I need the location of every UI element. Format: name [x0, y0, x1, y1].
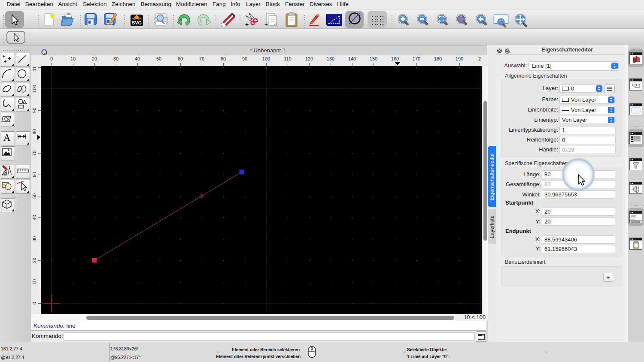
- svg-text:+: +: [245, 21, 249, 27]
- svg-text:SVG: SVG: [132, 20, 142, 25]
- svg-text:+: +: [264, 21, 268, 27]
- svg-text:c ommand: c ommand: [631, 221, 640, 223]
- svg-text:A: A: [3, 132, 11, 143]
